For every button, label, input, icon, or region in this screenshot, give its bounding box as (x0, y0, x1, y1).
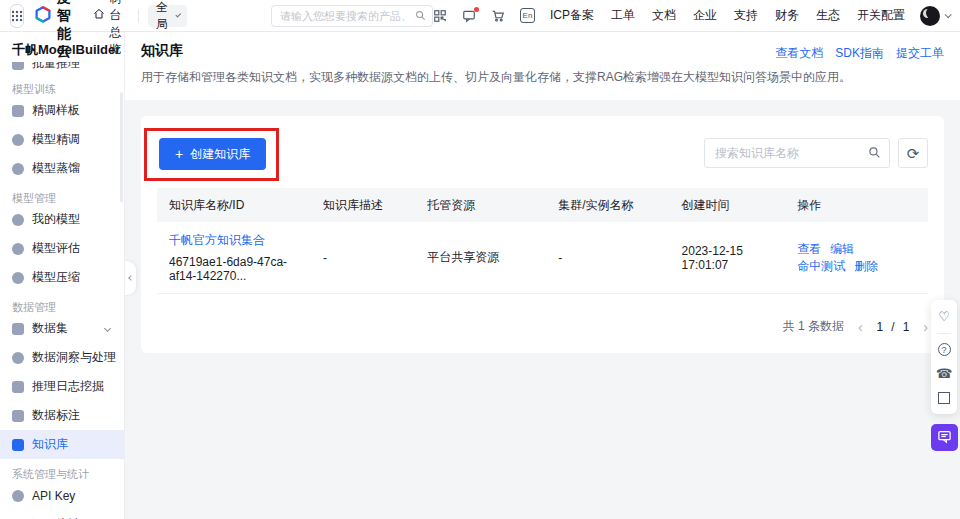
total-pages: 1 (903, 320, 910, 334)
pagination: 共 1 条数据 ‹ 1 / 1 › (157, 318, 928, 335)
notification-badge (474, 7, 479, 12)
sidebar-item-label: 数据集 (32, 320, 68, 337)
model-compress-icon (12, 272, 24, 284)
cell-resource: 平台共享资源 (419, 222, 550, 294)
topbar-link[interactable]: 财务 (775, 7, 799, 24)
column-header: 操作 (789, 188, 928, 222)
global-search (271, 5, 433, 27)
data-insight-icon (12, 352, 24, 364)
refresh-button[interactable]: ⟳ (898, 138, 928, 168)
region-label: 全局 (156, 0, 170, 33)
sidebar-item-label: 批量推理 (32, 62, 80, 72)
row-action-link[interactable]: 命中测试 (797, 259, 845, 273)
sidebar-item[interactable]: 精调样板 (0, 96, 124, 125)
sidebar-item-label: 模型评估 (32, 240, 80, 257)
topbar-link[interactable]: ICP备案 (550, 7, 594, 24)
cart-icon[interactable] (491, 9, 505, 23)
sidebar-item[interactable]: 数据洞察与处理 (0, 343, 124, 372)
account-menu[interactable] (920, 6, 950, 26)
sidebar-item[interactable]: 模型压缩 (0, 263, 124, 292)
create-knowledge-base-button[interactable]: + 创建知识库 (159, 138, 266, 170)
sidebar-item[interactable]: 数据标注 (0, 401, 124, 430)
row-action-link[interactable]: 删除 (854, 259, 878, 273)
knowledge-base-id: 46719ae1-6da9-47ca-af14-142270... (169, 255, 307, 283)
dataset-icon (12, 323, 24, 335)
data-annotation-icon (12, 410, 24, 422)
apps-grid-icon[interactable] (10, 4, 24, 28)
row-action-link[interactable]: 编辑 (830, 242, 854, 256)
topbar-link[interactable]: 工单 (611, 7, 635, 24)
message-icon[interactable] (462, 9, 476, 23)
console-overview-link[interactable]: 控制台总览 (93, 0, 127, 58)
plus-icon: + (175, 147, 183, 161)
page-description: 用于存储和管理各类知识文档，实现多种数据源文档的上传、切片及向量化存储，支撑RA… (141, 69, 944, 86)
qr-code-icon[interactable] (433, 9, 447, 23)
model-eval-icon (12, 243, 24, 255)
sidebar-item[interactable]: 模型精调 (0, 125, 124, 154)
language-en-icon[interactable]: En (520, 8, 535, 23)
topbar-link[interactable]: 生态 (816, 7, 840, 24)
prev-page-icon[interactable]: ‹ (858, 320, 863, 334)
top-header: 百度智能云 控制台总览 全局 En ICP备案工单文档企业支持财务生态开关配置 (0, 0, 960, 32)
sidebar-menu: 模型训练精调样板模型精调模型蒸馏模型管理我的模型模型评估模型压缩数据管理数据集数… (0, 74, 124, 519)
logo-text: 百度智能云 (57, 0, 77, 61)
sidebar-item[interactable]: 模型蒸馏 (0, 154, 124, 183)
doc-link[interactable]: SDK指南 (835, 45, 884, 62)
row-action-link[interactable]: 查看 (797, 242, 821, 256)
model-tuning-icon (12, 134, 24, 146)
sidebar-scrollbar[interactable] (120, 92, 123, 202)
sidebar-item[interactable]: 知识库 (0, 430, 124, 459)
sidebar-item[interactable]: 数据集 (0, 314, 124, 343)
sidebar-item-label: 精调样板 (32, 102, 80, 119)
sidebar-item[interactable]: API Key (0, 481, 124, 510)
cell-description: - (315, 222, 419, 294)
knowledge-base-name-link[interactable]: 千帆官方知识集合 (169, 232, 307, 249)
page-doc-links: 查看文档SDK指南提交工单 (775, 45, 944, 62)
sidebar-item[interactable]: 模型评估 (0, 234, 124, 263)
doc-link[interactable]: 提交工单 (896, 45, 944, 62)
topbar-link[interactable]: 文档 (652, 7, 676, 24)
model-distill-icon (12, 163, 24, 175)
help-icon[interactable]: ? (938, 343, 951, 356)
heart-icon[interactable]: ♡ (936, 308, 952, 324)
topbar-link[interactable]: 企业 (693, 7, 717, 24)
doc-link[interactable]: 查看文档 (775, 45, 823, 62)
sidebar-item-label: 模型蒸馏 (32, 160, 80, 177)
sidebar-collapse-handle[interactable] (125, 260, 137, 296)
page-header: 知识库 用于存储和管理各类知识文档，实现多种数据源文档的上传、切片及向量化存储，… (125, 32, 960, 100)
sidebar-section-label: 模型管理 (0, 183, 124, 205)
batch-inference-icon (12, 62, 24, 70)
column-header: 知识库名称/ID (157, 188, 315, 222)
next-page-icon[interactable]: › (923, 320, 928, 334)
chevron-down-icon (104, 325, 111, 332)
chevron-down-icon (175, 12, 181, 18)
chevron-left-icon (128, 275, 134, 281)
region-selector[interactable]: 全局 (148, 5, 187, 27)
column-header: 托管资源 (419, 188, 550, 222)
sidebar-item[interactable]: 推理日志挖掘 (0, 372, 124, 401)
phone-icon[interactable]: ☎ (936, 365, 952, 381)
topbar-link[interactable]: 支持 (734, 7, 758, 24)
sidebar-item[interactable]: 调用统计 (0, 510, 124, 519)
global-search-input[interactable] (271, 5, 433, 27)
sidebar-item[interactable]: 我的模型 (0, 205, 124, 234)
mini-grid-icon[interactable] (936, 390, 952, 406)
topbar-nav-links: ICP备案工单文档企业支持财务生态开关配置 (550, 7, 905, 24)
baidu-cloud-logo[interactable]: 百度智能云 (34, 0, 77, 61)
column-header: 创建时间 (674, 188, 790, 222)
template-icon (12, 105, 24, 117)
search-icon (415, 10, 426, 24)
sidebar-item-batch-inference[interactable]: 批量推理 (0, 62, 124, 74)
create-button-label: 创建知识库 (190, 146, 250, 163)
table-header-row: 知识库名称/ID知识库描述托管资源集群/实例名称创建时间操作 (157, 188, 928, 222)
sidebar-item-label: 推理日志挖掘 (32, 378, 104, 395)
chat-icon (937, 429, 952, 447)
topbar-link[interactable]: 开关配置 (857, 7, 905, 24)
column-header: 知识库描述 (315, 188, 419, 222)
current-page: 1 (877, 320, 884, 334)
chat-assistant-button[interactable] (931, 424, 958, 451)
main-content: 知识库 用于存储和管理各类知识文档，实现多种数据源文档的上传、切片及向量化存储，… (125, 32, 960, 519)
cell-actions: 查看编辑命中测试删除 (789, 222, 928, 294)
kb-search-input[interactable] (704, 138, 890, 168)
divider (937, 333, 951, 334)
